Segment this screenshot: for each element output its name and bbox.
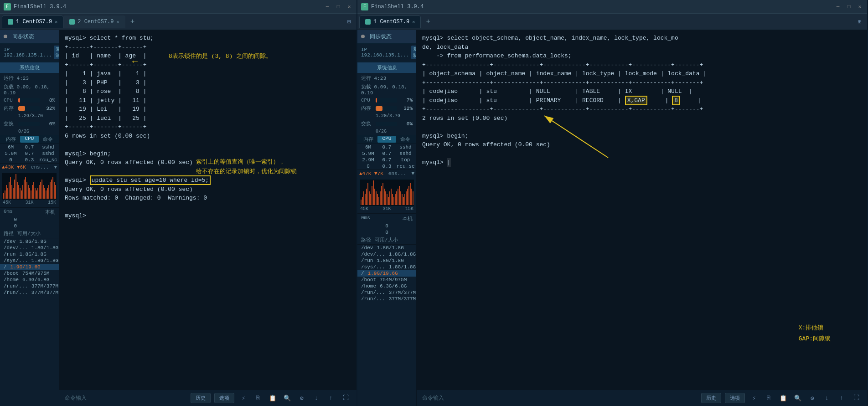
- right-proc-header: 内存 CPU 命令: [357, 135, 416, 144]
- left-copy-btn[interactable]: 复制: [54, 46, 59, 59]
- right-fullscreen-icon[interactable]: ⛶: [851, 393, 862, 404]
- chart-bar-item: [404, 194, 405, 205]
- left-window: F FinalShell 3.9.4 ─ □ ✕ 1 CentOS7.9 ✕ 2…: [0, 0, 357, 406]
- chart-bar-item: [391, 189, 392, 205]
- chart-bar-item: [3, 193, 4, 199]
- left-chart-area: 45K 31K 15K: [0, 171, 59, 207]
- left-sidebar: 同步状态 IP 192.168.135.1... 复制 系统信息 运行 4:23…: [0, 30, 59, 406]
- left-select-btn[interactable]: 选项: [214, 393, 234, 403]
- right-disk-2: /run1.8G/1.8G: [357, 257, 416, 264]
- minimize-btn-left[interactable]: ─: [324, 3, 331, 10]
- left-proc-header-cmd[interactable]: 命令: [39, 136, 57, 143]
- left-chart-max: 45K: [3, 200, 11, 205]
- left-fullscreen-icon[interactable]: ⛶: [340, 393, 351, 404]
- chart-bar-item: [36, 190, 37, 199]
- right-sys-info-btn[interactable]: 系统信息: [357, 62, 416, 73]
- left-disk-3: /sys/... 1.8G/1.8G: [0, 257, 59, 264]
- chart-bar-item: [51, 180, 52, 199]
- right-lightning-icon[interactable]: ⚡: [749, 393, 760, 404]
- right-proc-header-cmd[interactable]: 命令: [396, 136, 414, 143]
- left-swap-row: 交换 0%: [0, 119, 59, 128]
- right-cmd-input-label[interactable]: 命令输入: [422, 394, 698, 402]
- left-settings-icon[interactable]: ⚙: [296, 393, 307, 404]
- tab-centos79-1-right[interactable]: 1 CentOS7.9 ✕: [359, 15, 421, 28]
- left-proc-header-mem[interactable]: 内存: [2, 136, 20, 143]
- left-up-icon[interactable]: ↑: [326, 393, 336, 404]
- chart-bar-item: [9, 182, 10, 199]
- chart-bar-item: [13, 188, 14, 199]
- left-terminal-content: mysql> select * from stu; +------+------…: [65, 34, 351, 221]
- app-icon-right: F: [361, 3, 368, 10]
- tab-close-2-left[interactable]: ✕: [116, 19, 119, 25]
- left-terminal[interactable]: mysql> select * from stu; +------+------…: [59, 30, 356, 390]
- left-sys-info-btn[interactable]: 系统信息: [0, 62, 59, 73]
- maximize-btn-left[interactable]: □: [335, 3, 342, 10]
- tab-centos79-2-left[interactable]: 2 CentOS7.9 ✕: [63, 15, 125, 28]
- left-proc-header-cpu[interactable]: CPU: [20, 136, 38, 143]
- left-history-btn[interactable]: 历史: [191, 393, 211, 403]
- tab-label-1-right: 1 CentOS7.9: [373, 19, 409, 25]
- left-disk-path-8: /run/...: [4, 290, 28, 295]
- right-copy-icon[interactable]: ⎘: [763, 393, 774, 404]
- chart-bar-item: [406, 191, 407, 205]
- left-ip-text: IP 192.168.135.1...: [4, 47, 52, 58]
- left-chart-labels: 45K 31K 15K: [2, 200, 57, 205]
- tab-close-1-left[interactable]: ✕: [55, 19, 57, 25]
- right-proc-mem-2: 2.9M: [359, 157, 377, 163]
- right-window-controls[interactable]: ─ □ ✕: [834, 3, 863, 10]
- left-disk-size-1: 1.8G/1.8G: [31, 245, 58, 251]
- tab-centos79-1-left[interactable]: 1 CentOS7.9 ✕: [2, 15, 63, 28]
- chart-bar-item: [29, 188, 30, 199]
- right-select-btn[interactable]: 选项: [725, 393, 745, 403]
- minimize-btn-right[interactable]: ─: [834, 3, 842, 10]
- layout-icon-right[interactable]: ⊞: [854, 16, 865, 27]
- chart-bar-item: [378, 197, 379, 205]
- right-proc-header-cpu[interactable]: CPU: [377, 136, 396, 143]
- close-btn-left[interactable]: ✕: [346, 3, 353, 10]
- left-lightning-icon[interactable]: ⚡: [238, 393, 249, 404]
- tab-close-1-right[interactable]: ✕: [412, 19, 415, 25]
- left-swap-label: 交换: [4, 120, 16, 127]
- right-cpu-value: 7%: [399, 98, 413, 103]
- right-mem-label: 内存: [361, 105, 374, 112]
- right-mem-row: 内存 32%: [357, 104, 416, 113]
- left-window-controls[interactable]: ─ □ ✕: [324, 3, 353, 10]
- right-down-icon[interactable]: ↓: [822, 393, 832, 404]
- left-disk-6: /home 6.3G/6.8G: [0, 277, 59, 283]
- chart-bar-item: [35, 188, 36, 199]
- chart-bar-item: [48, 185, 49, 199]
- layout-icon-left[interactable]: ⊞: [344, 16, 355, 27]
- tab-add-left[interactable]: +: [127, 16, 138, 27]
- right-up-icon[interactable]: ↑: [836, 393, 847, 404]
- right-chart-max: 45K: [360, 206, 368, 211]
- right-copy-btn[interactable]: 复制: [411, 46, 417, 59]
- right-history-btn[interactable]: 历史: [701, 393, 721, 403]
- left-proc-cmd-2: rcu_sche: [39, 157, 57, 163]
- left-search-icon[interactable]: 🔍: [282, 393, 293, 404]
- left-paste-icon[interactable]: 📋: [267, 393, 278, 404]
- right-time-label: 0ms: [361, 215, 370, 222]
- right-bottom-bar: 命令输入 历史 选项 ⚡ ⎘ 📋 🔍 ⚙ ↓ ↑ ⛶: [417, 390, 867, 406]
- right-net-dropdown[interactable]: ▼: [411, 171, 414, 176]
- right-search-icon[interactable]: 🔍: [792, 393, 803, 404]
- left-sync-header: 同步状态: [0, 30, 59, 44]
- left-copy-icon[interactable]: ⎘: [253, 393, 264, 404]
- left-mem-bar-bg: [18, 106, 40, 111]
- chart-bar-item: [374, 189, 375, 205]
- right-paste-icon[interactable]: 📋: [778, 393, 789, 404]
- left-disk-size-6: 6.3G/6.8G: [22, 277, 49, 283]
- left-proc-row-0: 6M 0.7 sshd: [0, 144, 59, 150]
- left-swap-bar-bg: [18, 122, 40, 126]
- chart-bar-item: [55, 185, 56, 199]
- right-proc-cmd-2: top: [397, 157, 414, 163]
- left-down-icon[interactable]: ↓: [311, 393, 322, 404]
- close-btn-right[interactable]: ✕: [856, 3, 863, 10]
- left-net-dropdown[interactable]: ▼: [54, 164, 57, 170]
- right-terminal[interactable]: mysql> select object_schema, object_name…: [417, 30, 867, 390]
- right-zero-row-0: 0: [357, 223, 416, 229]
- left-cmd-input-label[interactable]: 命令输入: [65, 394, 187, 402]
- right-proc-header-mem[interactable]: 内存: [359, 136, 377, 143]
- maximize-btn-right[interactable]: □: [845, 3, 852, 10]
- tab-add-right[interactable]: +: [423, 16, 434, 27]
- right-settings-icon[interactable]: ⚙: [807, 393, 818, 404]
